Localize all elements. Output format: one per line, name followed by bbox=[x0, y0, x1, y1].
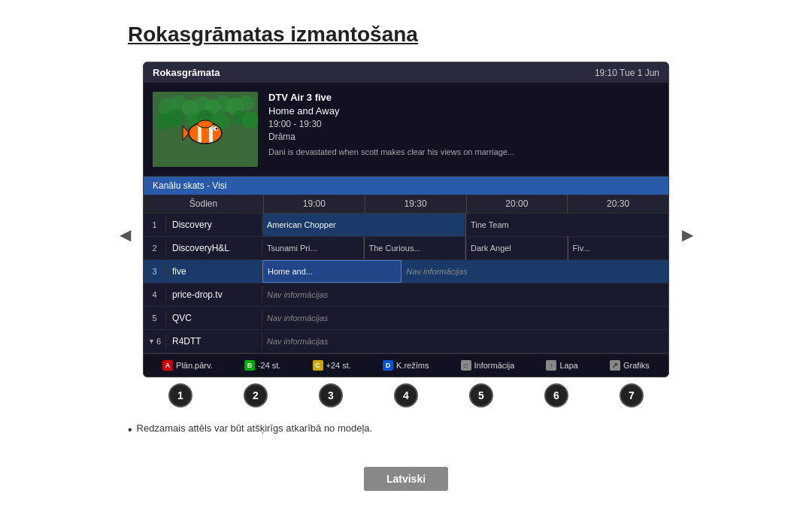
down-arrow-icon: ▼ bbox=[148, 338, 155, 345]
footer-btn-grafiks[interactable]: ↗ Grafiks bbox=[610, 360, 650, 371]
program-cell[interactable]: Nav informācijas bbox=[262, 307, 668, 329]
program-cell[interactable]: Dark Angel bbox=[466, 237, 568, 259]
channel-programs: Tsunami Pri... The Curious... Dark Angel… bbox=[262, 237, 668, 259]
step-number-6: 6 bbox=[544, 383, 568, 407]
program-cell[interactable]: Tine Team bbox=[466, 214, 668, 236]
badge-a: A bbox=[162, 360, 173, 371]
channel-number: 4 bbox=[144, 287, 166, 302]
preview-genre: Drāma bbox=[268, 132, 659, 142]
step-number-4: 4 bbox=[394, 383, 418, 407]
step-number-2: 2 bbox=[244, 383, 268, 407]
language-button[interactable]: Latviski bbox=[364, 467, 448, 491]
channel-name: QVC bbox=[166, 310, 262, 326]
guide-header: Rokasgrāmata 19:10 Tue 1 Jun bbox=[144, 62, 668, 83]
channel-name: five bbox=[166, 263, 262, 280]
badge-c: C bbox=[313, 360, 323, 371]
channel-rows: 1 Discovery American Chopper Tine Team 2… bbox=[144, 214, 668, 353]
footer-btn-minus24[interactable]: B -24 st. bbox=[244, 360, 281, 371]
badge-grafiks: ↗ bbox=[610, 360, 620, 371]
program-cell[interactable]: The Curious... bbox=[365, 237, 466, 259]
footer-btn-lapa[interactable]: ↑ Lapa bbox=[546, 360, 577, 371]
preview-channel: DTV Air 3 five bbox=[268, 92, 659, 103]
guide-footer: A Plān.pārv. B -24 st. C +24 st. D K.rež… bbox=[144, 353, 668, 377]
step-number-7: 7 bbox=[620, 383, 644, 407]
preview-description: Dani is devastated when scott makes clea… bbox=[268, 147, 659, 156]
badge-lapa: ↑ bbox=[546, 360, 556, 371]
note-text: Redzamais attēls var būt atšķirīgs atkar… bbox=[137, 422, 373, 434]
today-label: Šodien bbox=[144, 195, 264, 213]
channel-name: Discovery bbox=[166, 217, 262, 233]
footer-btn-informacija[interactable]: □ Informācija bbox=[461, 360, 515, 371]
badge-b: B bbox=[244, 360, 255, 371]
footer-label-plus24: +24 st. bbox=[326, 361, 351, 370]
svg-point-10 bbox=[166, 109, 184, 127]
table-row[interactable]: 1 Discovery American Chopper Tine Team bbox=[144, 214, 668, 237]
footer-label-informacija: Informācija bbox=[474, 361, 515, 370]
footer-label-lapa: Lapa bbox=[559, 361, 577, 370]
program-cell[interactable]: Tsunami Pri... bbox=[262, 237, 364, 259]
guide-title: Rokasgrāmata bbox=[153, 67, 220, 78]
time-slot-1930: 19:30 bbox=[365, 195, 467, 213]
program-cell[interactable]: American Chopper bbox=[262, 214, 465, 236]
program-cell[interactable]: Nav informācijas bbox=[262, 283, 668, 306]
right-nav-arrow[interactable]: ▶ bbox=[677, 224, 698, 245]
step-number-3: 3 bbox=[319, 383, 343, 407]
table-row[interactable]: ▼ 6 R4DTT Nav informācijas bbox=[144, 330, 668, 353]
footer-btn-plan[interactable]: A Plān.pārv. bbox=[162, 360, 213, 371]
channel-programs: Home and... Nav informācijas bbox=[262, 260, 668, 283]
page-title: Rokasgrāmatas izmantošana bbox=[128, 23, 418, 47]
program-cell[interactable]: Home and... bbox=[262, 260, 401, 283]
time-slot-2030: 20:30 bbox=[568, 195, 668, 213]
footer-btn-plus24[interactable]: C +24 st. bbox=[313, 360, 351, 371]
note-section: • Redzamais attēls var būt atšķirīgs atk… bbox=[128, 422, 372, 437]
footer-label-minus24: -24 st. bbox=[258, 361, 281, 370]
guide-preview: DTV Air 3 five Home and Away 19:00 - 19:… bbox=[144, 83, 668, 177]
time-slot-1900: 19:00 bbox=[264, 195, 365, 213]
table-row[interactable]: 4 price-drop.tv Nav informācijas bbox=[144, 283, 668, 307]
badge-info: □ bbox=[461, 360, 471, 371]
preview-show: Home and Away bbox=[268, 105, 659, 117]
program-cell[interactable]: Nav informācijas bbox=[262, 330, 668, 353]
footer-label-plan: Plān.pārv. bbox=[176, 361, 213, 370]
guide-datetime: 19:10 Tue 1 Jun bbox=[595, 68, 659, 78]
preview-thumbnail bbox=[153, 92, 258, 167]
program-cell[interactable]: Fiv... bbox=[568, 237, 669, 259]
table-row[interactable]: 2 DiscoveryH&L Tsunami Pri... The Curiou… bbox=[144, 237, 668, 260]
table-row[interactable]: 5 QVC Nav informācijas bbox=[144, 307, 668, 330]
program-cell[interactable]: Nav informācijas bbox=[401, 260, 668, 283]
channel-name: DiscoveryH&L bbox=[166, 240, 262, 256]
channel-number: 5 bbox=[144, 310, 166, 326]
svg-point-15 bbox=[242, 112, 258, 129]
step-number-1: 1 bbox=[168, 383, 192, 407]
channel-view-bar: Kanālu skats - Visi bbox=[144, 177, 668, 195]
channel-number: 1 bbox=[144, 217, 166, 232]
preview-time: 19:00 - 19:30 bbox=[268, 119, 659, 129]
step-number-5: 5 bbox=[469, 383, 493, 407]
bullet-icon: • bbox=[128, 422, 132, 437]
channel-name: R4DTT bbox=[166, 333, 262, 350]
channel-name: price-drop.tv bbox=[166, 286, 262, 303]
left-nav-arrow[interactable]: ◀ bbox=[114, 224, 135, 245]
number-row: 1 2 3 4 5 6 7 bbox=[143, 383, 669, 407]
footer-btn-krezims[interactable]: D K.režīms bbox=[383, 360, 429, 371]
channel-programs: Nav informācijas bbox=[262, 330, 668, 353]
time-slots: 19:00 19:30 20:00 20:30 bbox=[264, 195, 668, 213]
footer-label-grafiks: Grafiks bbox=[623, 361, 650, 370]
channel-programs: Nav informācijas bbox=[262, 307, 668, 329]
guide-box: Rokasgrāmata 19:10 Tue 1 Jun bbox=[143, 62, 669, 377]
svg-point-23 bbox=[198, 120, 213, 128]
time-slot-2000: 20:00 bbox=[467, 195, 568, 213]
svg-point-8 bbox=[239, 95, 254, 111]
channel-number: ▼ 6 bbox=[144, 334, 166, 349]
badge-d: D bbox=[383, 360, 393, 371]
channel-programs: American Chopper Tine Team bbox=[262, 214, 668, 236]
table-row[interactable]: 3 five Home and... Nav informācijas bbox=[144, 260, 668, 283]
channel-number: 3 bbox=[144, 264, 166, 279]
channel-programs: Nav informācijas bbox=[262, 283, 668, 306]
channel-number: 2 bbox=[144, 241, 166, 256]
footer-label-krezims: K.režīms bbox=[396, 361, 429, 370]
preview-info: DTV Air 3 five Home and Away 19:00 - 19:… bbox=[268, 92, 659, 167]
time-header-row: Šodien 19:00 19:30 20:00 20:30 bbox=[144, 195, 668, 214]
svg-point-21 bbox=[216, 128, 218, 130]
main-container: ◀ Rokasgrāmata 19:10 Tue 1 Jun bbox=[30, 62, 782, 407]
